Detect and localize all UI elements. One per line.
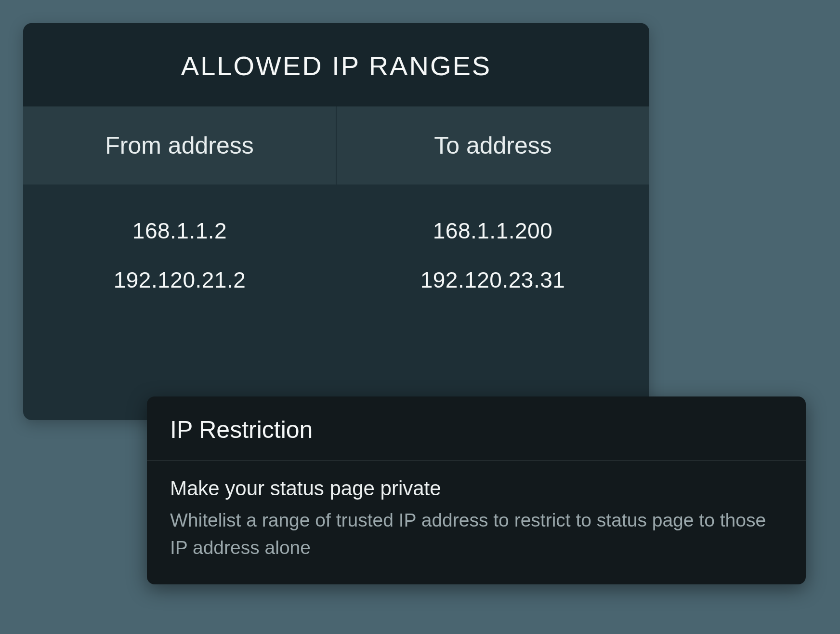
tooltip-title: IP Restriction (147, 396, 806, 461)
table-header-row: From address To address (23, 106, 649, 185)
column-header-to: To address (337, 106, 649, 185)
table-row: 168.1.1.2 168.1.1.200 (23, 206, 649, 255)
ip-restriction-tooltip: IP Restriction Make your status page pri… (147, 396, 806, 584)
from-address-cell: 168.1.1.2 (23, 206, 336, 255)
from-address-cell: 192.120.21.2 (23, 255, 336, 304)
tooltip-body: Make your status page private Whitelist … (147, 461, 806, 584)
to-address-cell: 192.120.23.31 (336, 255, 649, 304)
table-body: 168.1.1.2 168.1.1.200 192.120.21.2 192.1… (23, 185, 649, 420)
allowed-ip-ranges-table: ALLOWED IP RANGES From address To addres… (23, 23, 649, 420)
column-header-from: From address (23, 106, 337, 185)
tooltip-heading: Make your status page private (170, 477, 783, 500)
table-title: ALLOWED IP RANGES (23, 23, 649, 106)
tooltip-description: Whitelist a range of trusted IP address … (170, 507, 783, 561)
to-address-cell: 168.1.1.200 (336, 206, 649, 255)
table-row: 192.120.21.2 192.120.23.31 (23, 255, 649, 304)
